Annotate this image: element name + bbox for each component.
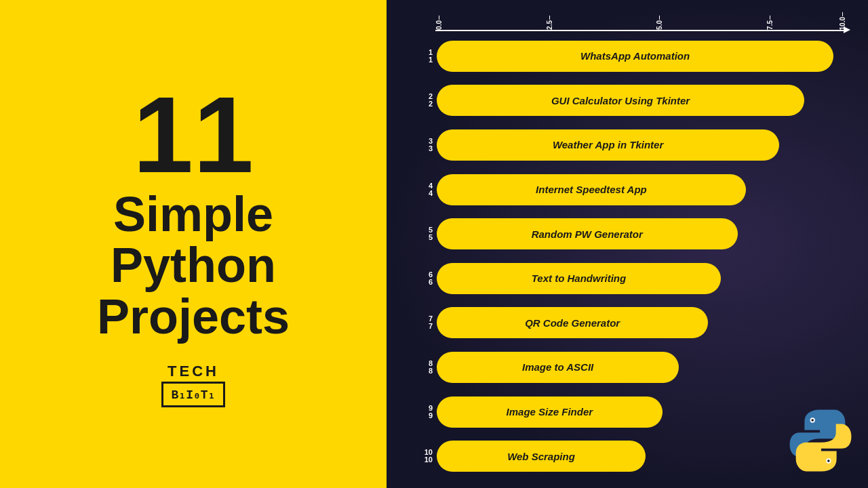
x-tick-1: 2.5	[546, 16, 553, 30]
bar-fill: Weather App in Tkinter	[437, 129, 779, 161]
bar-row: 66Text to Handwriting	[414, 263, 854, 294]
bar-row: 88Image to ASCII	[414, 352, 854, 383]
bar-label: GUI Calculator Using Tkinter	[540, 95, 701, 106]
bar-rank-label: 1010	[414, 449, 433, 464]
x-axis: 0.0 2.5 5.0 7.5 10.0	[414, 7, 854, 31]
left-panel: 11 Simple Python Projects TECH B₁I₀T₁	[0, 0, 387, 488]
bar-rank-label: 88	[414, 360, 433, 375]
bar-rank-label: 77	[414, 315, 433, 330]
svg-point-1	[811, 419, 814, 422]
x-tick-line	[842, 12, 843, 16]
x-tick-4: 10.0	[839, 12, 846, 30]
bar-track: GUI Calculator Using Tkinter	[437, 85, 854, 116]
bar-label: Weather App in Tkinter	[542, 139, 674, 150]
x-tick-line	[549, 16, 550, 20]
bar-label: Web Scraping	[496, 451, 586, 462]
bar-fill: Text to Handwriting	[437, 263, 721, 294]
bar-fill: WhatsApp Automation	[437, 41, 833, 72]
logo-tech-text: TECH	[167, 363, 219, 380]
bar-track: Random PW Generator	[437, 218, 854, 249]
x-tick-label-1: 2.5	[546, 20, 553, 30]
logo-bit-text: B₁I₀T₁	[172, 387, 216, 402]
x-tick-line	[770, 16, 770, 20]
bar-fill: Web Scraping	[437, 441, 646, 472]
bar-rank-label: 11	[414, 49, 433, 64]
bar-rank-label: 66	[414, 271, 433, 286]
bar-fill: QR Code Generator	[437, 307, 708, 338]
x-tick-0: 0.0	[435, 16, 443, 30]
bar-row: 44Internet Speedtest App	[414, 174, 854, 205]
bar-rank-label: 55	[414, 226, 433, 241]
bar-row: 11WhatsApp Automation	[414, 41, 854, 72]
bar-track: WhatsApp Automation	[437, 41, 854, 72]
x-tick-label-2: 5.0	[656, 20, 663, 30]
bar-label: Internet Speedtest App	[525, 184, 658, 195]
bar-rank-label: 44	[414, 182, 433, 197]
subtitle-line3: Projects	[97, 291, 290, 343]
python-logo	[787, 407, 854, 474]
x-tick-line	[659, 16, 660, 20]
x-axis-line	[435, 30, 848, 31]
bar-label: Random PW Generator	[521, 228, 654, 240]
svg-point-3	[827, 460, 830, 462]
bar-track: Text to Handwriting	[437, 263, 854, 294]
bar-row: 55Random PW Generator	[414, 218, 854, 249]
bar-label: Image to ASCII	[511, 361, 604, 373]
bar-fill: Image to ASCII	[437, 352, 679, 383]
subtitle-line1: Simple	[113, 189, 273, 241]
bar-rank-label: 99	[414, 405, 433, 420]
bar-track: QR Code Generator	[437, 307, 854, 338]
x-tick-label-0: 0.0	[435, 20, 443, 30]
bar-track: Weather App in Tkinter	[437, 129, 854, 161]
bar-fill: Internet Speedtest App	[437, 174, 746, 205]
main-number: 11	[133, 81, 254, 189]
bar-rank-label: 33	[414, 138, 433, 152]
subtitle-line2: Python	[111, 240, 276, 291]
bar-track: Internet Speedtest App	[437, 174, 854, 205]
bar-row: 33Weather App in Tkinter	[414, 129, 854, 161]
bar-row: 77QR Code Generator	[414, 307, 854, 338]
x-tick-2: 5.0	[656, 16, 663, 30]
x-tick-label-3: 7.5	[766, 20, 774, 30]
logo-container: TECH B₁I₀T₁	[161, 363, 226, 407]
bar-label: Image Size Finder	[496, 406, 604, 418]
x-tick-line	[439, 16, 439, 20]
x-tick-3: 7.5	[766, 16, 774, 30]
bar-label: Text to Handwriting	[521, 272, 637, 284]
right-panel: 0.0 2.5 5.0 7.5 10.0 11WhatsApp Automati…	[387, 0, 868, 488]
bar-rank-label: 22	[414, 93, 433, 108]
bar-row: 22GUI Calculator Using Tkinter	[414, 85, 854, 116]
x-tick-label-4: 10.0	[839, 17, 846, 30]
bar-fill: GUI Calculator Using Tkinter	[437, 85, 804, 116]
logo-box: B₁I₀T₁	[161, 382, 226, 407]
bar-fill: Image Size Finder	[437, 396, 663, 428]
bar-label: WhatsApp Automation	[570, 50, 701, 62]
bar-track: Image to ASCII	[437, 352, 854, 383]
bar-fill: Random PW Generator	[437, 218, 738, 249]
bar-label: QR Code Generator	[514, 317, 631, 329]
